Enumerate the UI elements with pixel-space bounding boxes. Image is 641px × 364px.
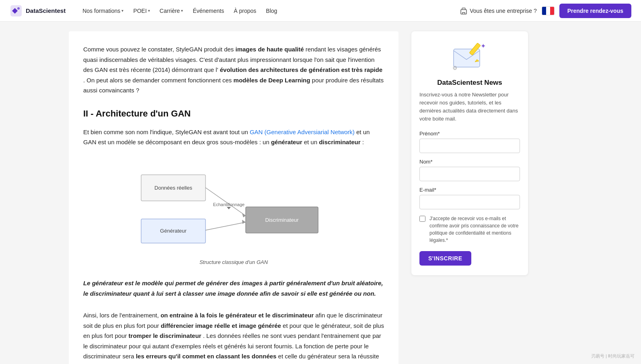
svg-text:⚙: ⚙ [452, 65, 458, 71]
training-text-1: Ainsi, lors de l'entrainement, [83, 312, 160, 319]
svg-text:Echantillonnage: Echantillonnage [213, 202, 244, 207]
email-group: E-mail* [419, 187, 520, 209]
flag-white-stripe [546, 7, 550, 15]
section2-text-3: et un [304, 139, 319, 145]
chevron-down-icon: ▾ [121, 8, 123, 13]
nav-item-poei[interactable]: POEI ▾ [129, 5, 154, 16]
nav-item-evenements[interactable]: Événements [189, 5, 228, 16]
intro-bold-2: évolution des architectures de génératio… [220, 66, 382, 73]
sidebar: ✦ ⚙ DataScientest News Inscrivez-vous à … [411, 31, 528, 275]
chevron-down-icon: ▾ [148, 8, 150, 13]
training-bold-1: on entraine à la fois le générateur et l… [160, 312, 314, 319]
navbar: DataScientest Nos formations ▾ POEI ▾ Ca… [0, 0, 641, 22]
section2-text-4: : [362, 139, 364, 145]
intro-text-3: . On peut alors se demander comment fonc… [83, 77, 234, 84]
nav-item-blog[interactable]: Blog [262, 5, 281, 16]
training-paragraph: Ainsi, lors de l'entrainement, on entrai… [83, 310, 384, 364]
cta-button[interactable]: Prendre rendez-vous [559, 4, 631, 18]
navbar-right: Vous êtes une entreprise ? Prendre rende… [460, 4, 631, 18]
flag-red-stripe [550, 7, 554, 15]
email-input[interactable] [419, 195, 520, 209]
flag-blue-stripe [542, 7, 546, 15]
nom-group: Nom* [419, 159, 520, 181]
intro-bold-3: modèles de Deep Learning [234, 77, 310, 84]
newsletter-title: DataScientest News [419, 79, 520, 87]
nom-label: Nom* [419, 159, 520, 165]
consent-row: J'accepte de recevoir vos e-mails et con… [419, 215, 520, 244]
svg-text:Discriminateur: Discriminateur [265, 217, 299, 223]
gan-link[interactable]: GAN (Generative Adversiarial Network) [250, 129, 355, 135]
section2-intro: Et bien comme son nom l'indique, StyleGA… [83, 127, 384, 147]
newsletter-icon-area: ✦ ⚙ [419, 41, 520, 73]
svg-text:Données réelles: Données réelles [154, 185, 192, 191]
training-bold-4: les erreurs qu'il commet en classant les… [136, 353, 277, 360]
page-wrapper: Comme vous pouvez le constater, StyleGAN… [59, 22, 582, 364]
newsletter-description: Inscrivez-vous à notre Newsletter pour r… [419, 91, 520, 123]
gan-diagram-svg: Données réelles Générateur Discriminateu… [129, 159, 338, 247]
prenom-label: Prénom* [419, 131, 520, 137]
training-bold-3: tromper le discriminateur [129, 332, 201, 339]
generateur-bold: générateur [271, 139, 302, 145]
nav-item-formations[interactable]: Nos formations ▾ [78, 5, 127, 16]
main-content: Comme vous pouvez le constater, StyleGAN… [69, 31, 399, 364]
svg-marker-13 [242, 220, 246, 224]
nav-item-carriere[interactable]: Carrière ▾ [156, 5, 187, 16]
email-label: E-mail* [419, 187, 520, 193]
section2-text-1: Et bien comme son nom l'indique, StyleGA… [83, 129, 250, 135]
prenom-group: Prénom* [419, 131, 520, 153]
intro-paragraph: Comme vous pouvez le constater, StyleGAN… [83, 44, 384, 96]
building-icon [460, 7, 467, 14]
intro-text-1: Comme vous pouvez le constater, StyleGAN… [83, 46, 236, 53]
svg-point-1 [17, 7, 20, 10]
prenom-input[interactable] [419, 139, 520, 153]
nav-item-apropos[interactable]: À propos [230, 5, 260, 16]
entreprise-link[interactable]: Vous êtes une entreprise ? [460, 7, 537, 14]
logo-text: DataScientest [26, 7, 66, 14]
consent-checkbox[interactable] [419, 216, 425, 222]
training-bold-2: différencier image réelle et image génér… [161, 322, 281, 329]
svg-text:Générateur: Générateur [160, 228, 187, 234]
section2-title: II - Architecture d'un GAN [83, 108, 384, 119]
nom-input[interactable] [419, 167, 520, 181]
language-flag-fr[interactable] [542, 6, 555, 15]
svg-line-9 [205, 188, 246, 216]
subscribe-button[interactable]: S'INSCRIRE [419, 251, 471, 266]
nav-menu: Nos formations ▾ POEI ▾ Carrière ▾ Événe… [78, 5, 460, 16]
diagram-caption: Structure classique d'un GAN [199, 259, 268, 265]
svg-marker-14 [227, 207, 231, 209]
logo[interactable]: DataScientest [10, 4, 66, 17]
svg-rect-2 [461, 10, 466, 14]
svg-text:✦: ✦ [481, 43, 486, 49]
gan-diagram: Données réelles Générateur Discriminateu… [83, 159, 384, 265]
intro-bold-1: images de haute qualité [236, 46, 304, 53]
svg-line-12 [205, 222, 246, 230]
chevron-down-icon: ▾ [181, 8, 183, 13]
consent-text: J'accepte de recevoir vos e-mails et con… [429, 215, 520, 244]
newsletter-card: ✦ ⚙ DataScientest News Inscrivez-vous à … [411, 31, 528, 275]
watermark: 刃易号 | 时尚玩家岳可 [591, 353, 635, 359]
diagram-svg-wrapper: Données réelles Générateur Discriminateu… [129, 159, 338, 255]
logo-icon [10, 4, 23, 17]
discriminateur-bold: discriminateur [319, 139, 360, 145]
blockquote-text: Le générateur est le modèle qui permet d… [83, 278, 384, 299]
newsletter-icon: ✦ ⚙ [452, 41, 488, 73]
